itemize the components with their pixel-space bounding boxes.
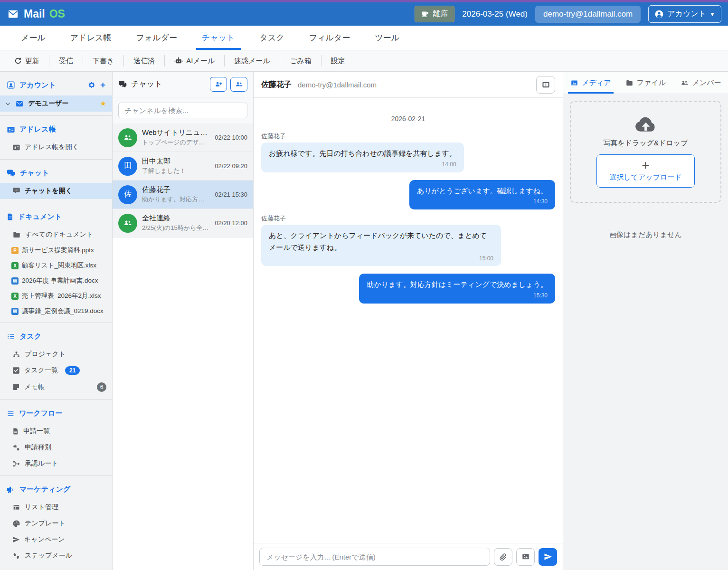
- sidebar-item-memo[interactable]: メモ帳 6: [0, 379, 112, 396]
- message-text: ありがとうございます。確認しますね。: [417, 185, 548, 197]
- sidebar-item-application-list[interactable]: 申請一覧: [0, 423, 112, 439]
- chat-peer-email: demo-try@1dallmail.com: [298, 81, 377, 89]
- settings-button[interactable]: 設定: [321, 57, 355, 66]
- application-types-label: 申請種別: [25, 443, 51, 452]
- message-incoming: 佐藤花子 あと、クライアントからフィードバックが来ていたので、まとめてメールで送…: [261, 209, 555, 266]
- sent-button[interactable]: 送信済: [124, 57, 164, 66]
- channel-time: 02/22 09:20: [215, 162, 247, 170]
- excel-file-icon: X: [11, 293, 19, 300]
- refresh-button[interactable]: 更新: [5, 57, 49, 66]
- message-bubble: お疲れ様です。先日の打ち合わせの議事録を共有します。 14:00: [261, 142, 464, 172]
- list-management-label: リスト管理: [25, 503, 58, 512]
- tab-mail[interactable]: メール: [9, 26, 58, 50]
- app-header: Mail OS 離席 2026-03-25 (Wed) demo-try@1da…: [0, 2, 728, 26]
- attach-file-button[interactable]: [494, 548, 512, 566]
- channel-item-web-renewal[interactable]: Webサイトリニュー… トップページのデザイン… 02/22 10:00: [113, 124, 253, 152]
- tab-chat[interactable]: チャット: [189, 26, 247, 50]
- tab-tasks[interactable]: タスク: [247, 26, 297, 50]
- channel-time: 02/21 15:30: [215, 191, 247, 198]
- tab-address-book[interactable]: アドレス帳: [58, 26, 124, 50]
- message-input[interactable]: [259, 548, 490, 566]
- channel-name: 全社連絡: [142, 214, 210, 223]
- sidebar-item-all-documents[interactable]: すべてのドキュメント: [0, 227, 112, 243]
- checkbox-icon: [12, 367, 20, 374]
- channel-search-input[interactable]: [118, 103, 247, 118]
- away-status-button[interactable]: 離席: [415, 6, 454, 22]
- excel-file-icon: X: [11, 262, 19, 269]
- tab-filters[interactable]: フィルター: [297, 26, 363, 50]
- chat-header: 佐藤花子 demo-try@1dallmail.com: [254, 72, 563, 98]
- powerpoint-file-icon: P: [11, 247, 19, 254]
- message-text: あと、クライアントからフィードバックが来ていたので、まとめてメールで送りますね。: [269, 230, 493, 254]
- projects-label: プロジェクト: [25, 350, 66, 359]
- sidebar-item-open-address-book[interactable]: アドレス帳を開く: [0, 139, 112, 155]
- send-message-button[interactable]: [539, 548, 557, 566]
- trash-button[interactable]: ごみ箱: [280, 57, 321, 66]
- sidebar-divider: [0, 115, 112, 116]
- person-plus-icon: [214, 81, 223, 88]
- spam-button[interactable]: 迷惑メール: [225, 57, 280, 66]
- channel-name: 佐藤花子: [142, 185, 210, 194]
- drafts-button[interactable]: 下書き: [83, 57, 123, 66]
- message-time: 14:30: [417, 197, 548, 207]
- sidebar-item-application-types[interactable]: 申請種別: [0, 439, 112, 456]
- sidebar-file-xlsx[interactable]: X 顧客リスト_関東地区.xlsx: [0, 258, 112, 273]
- sidebar-item-demo-user[interactable]: デモユーザー ★: [0, 95, 112, 112]
- sidebar-item-list-management[interactable]: リスト管理: [0, 499, 112, 515]
- sidebar-file-xlsx[interactable]: X 売上管理表_2026年2月.xlsx: [0, 288, 112, 304]
- account-section-title: アカウント: [19, 81, 56, 90]
- sidebar-item-approval-route[interactable]: 承認ルート: [0, 456, 112, 472]
- account-section-header: アカウント +: [0, 75, 112, 95]
- account-menu-button[interactable]: アカウント ▼: [648, 5, 721, 23]
- tab-tools[interactable]: ツール: [362, 26, 412, 50]
- sidebar-divider: [0, 159, 112, 160]
- sidebar-item-step-mail[interactable]: ステップメール: [0, 548, 112, 564]
- tab-media-label: メディア: [582, 78, 611, 87]
- photo-dropzone[interactable]: 写真をドラッグ&ドロップ + 選択してアップロード: [570, 101, 721, 203]
- channel-panel-title: チャット: [131, 79, 162, 89]
- ai-mail-label: AIメール: [186, 57, 215, 66]
- word-file-icon: W: [11, 308, 19, 315]
- sidebar-item-campaigns[interactable]: キャンペーン: [0, 532, 112, 548]
- upload-button-label: 選択してアップロード: [609, 173, 681, 182]
- palette-icon: [12, 520, 20, 528]
- tab-members[interactable]: メンバー: [673, 72, 728, 94]
- route-nodes-icon: [12, 460, 20, 468]
- tab-media[interactable]: メディア: [563, 72, 618, 94]
- sidebar-item-task-list[interactable]: タスク一覧 21: [0, 362, 112, 379]
- select-upload-button[interactable]: + 選択してアップロード: [596, 154, 694, 188]
- sidebar-file-docx[interactable]: W 2026年度 事業計画書.docx: [0, 273, 112, 288]
- channel-preview: 助かります。対応方針は…: [142, 195, 210, 204]
- chat-bubbles-icon: [118, 80, 127, 88]
- chevron-down-icon: ▼: [709, 11, 715, 18]
- paper-plane-icon: [12, 536, 20, 543]
- channel-item-sato[interactable]: 佐 佐藤花子 助かります。対応方針は… 02/21 15:30: [113, 180, 253, 209]
- sidebar-divider: [0, 203, 112, 203]
- channel-item-tanaka[interactable]: 田 田中太郎 了解しました！ 02/22 09:20: [113, 152, 253, 180]
- chat-message-list[interactable]: 2026-02-21 佐藤花子 お疲れ様です。先日の打ち合わせの議事録を共有しま…: [254, 98, 563, 543]
- gear-icon[interactable]: [88, 81, 95, 89]
- sidebar-item-templates[interactable]: テンプレート: [0, 515, 112, 532]
- file-lines-icon: [12, 428, 19, 435]
- sidebar-file-docx[interactable]: W 議事録_定例会議_0219.docx: [0, 304, 112, 319]
- channel-preview: トップページのデザイン…: [142, 138, 210, 147]
- tab-folders[interactable]: フォルダー: [123, 26, 189, 50]
- brand-os: OS: [49, 8, 65, 20]
- channel-name: Webサイトリニュー…: [142, 128, 210, 137]
- ai-mail-button[interactable]: AIメール: [165, 57, 224, 66]
- attach-image-button[interactable]: [516, 548, 535, 566]
- sidebar-item-projects[interactable]: プロジェクト: [0, 346, 112, 362]
- inbox-button[interactable]: 受信: [49, 57, 83, 66]
- channel-item-company-wide[interactable]: 全社連絡 2/25(火)の15時から全体… 02/20 12:00: [113, 209, 253, 238]
- image-icon: [521, 553, 530, 560]
- side-panel-toggle-button[interactable]: [536, 76, 555, 94]
- tab-files[interactable]: ファイル: [618, 72, 673, 94]
- media-empty-text: 画像はまだありません: [563, 230, 728, 239]
- create-group-button[interactable]: [230, 77, 247, 92]
- documents-title: ドキュメント: [18, 212, 62, 221]
- star-icon[interactable]: ★: [100, 99, 106, 108]
- sidebar-file-pptx[interactable]: P 新サービス提案資料.pptx: [0, 243, 112, 258]
- sidebar-item-open-chat[interactable]: チャットを開く: [0, 183, 112, 199]
- add-contact-button[interactable]: [210, 77, 227, 92]
- add-account-icon[interactable]: +: [100, 80, 105, 90]
